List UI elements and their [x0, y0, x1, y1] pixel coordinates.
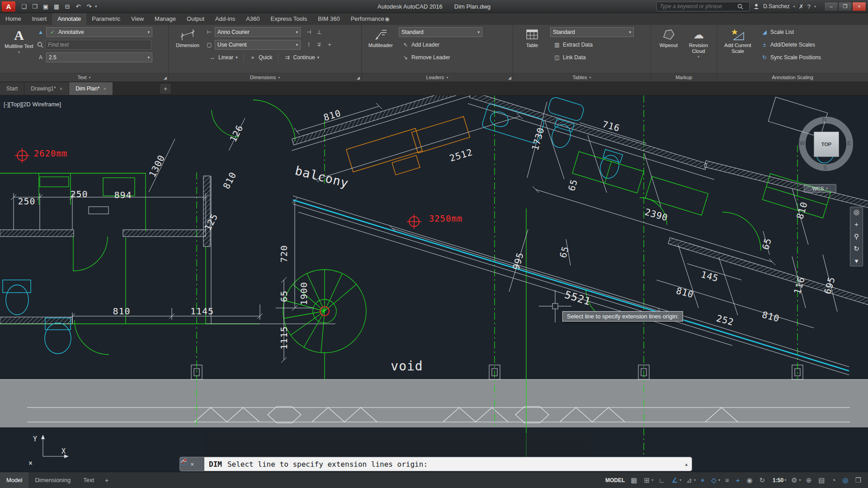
- status-model-space[interactable]: MODEL: [602, 476, 628, 485]
- help-dropdown-icon[interactable]: ▾: [814, 5, 816, 9]
- panel-title-leaders[interactable]: Leaders ▾ ◢: [362, 73, 513, 81]
- qat-plot-icon[interactable]: ⊟: [62, 2, 72, 11]
- panel-title-markup[interactable]: Markup: [651, 73, 717, 81]
- qat-customize-icon[interactable]: ▾: [95, 4, 97, 9]
- status-graphics-performance[interactable]: ◎: [840, 475, 852, 486]
- layout-tab-model[interactable]: Model: [0, 472, 28, 488]
- command-close-icon[interactable]: ×: [190, 461, 194, 468]
- status-quick-properties[interactable]: ▤: [816, 475, 829, 486]
- quick-dimension-button[interactable]: » Quick: [246, 53, 276, 62]
- qat-save-icon[interactable]: ▣: [41, 2, 51, 11]
- add-leader-button[interactable]: ↖ Add Leader: [399, 41, 443, 49]
- status-annotation-visibility[interactable]: ◉: [744, 475, 756, 486]
- continue-dimension-button[interactable]: ⇉ Continue ▾: [281, 53, 323, 62]
- dim-tool-icon[interactable]: ⊺: [304, 40, 313, 49]
- link-data-button[interactable]: ◫ Link Data: [550, 53, 589, 62]
- user-menu-dropdown-icon[interactable]: ▾: [793, 5, 795, 9]
- viewcube-south[interactable]: S: [823, 164, 827, 171]
- application-menu-button[interactable]: A: [2, 1, 15, 12]
- help-icon[interactable]: ?: [807, 3, 811, 10]
- panel-title-dimensions[interactable]: Dimensions ▾ ◢: [169, 73, 361, 81]
- drawing-canvas[interactable]: 8101300126251217307166523908102502508948…: [0, 95, 868, 472]
- qat-save-as-icon[interactable]: ▦: [52, 2, 61, 11]
- menu-tab-output[interactable]: Output: [181, 13, 210, 25]
- table-button[interactable]: Table: [516, 27, 548, 63]
- viewcube-west[interactable]: W: [799, 140, 805, 147]
- zoom-icon[interactable]: ⚲: [854, 233, 859, 240]
- maximize-button[interactable]: ❐: [838, 2, 852, 11]
- panel-title-text[interactable]: Text ▾ ◢: [0, 73, 168, 81]
- multileader-button[interactable]: Multileader: [364, 27, 397, 63]
- qat-new-icon[interactable]: ❑: [19, 2, 29, 11]
- exchange-apps-icon[interactable]: ✗: [799, 3, 804, 10]
- panel-title-tables[interactable]: Tables ▾: [513, 73, 651, 81]
- qat-open-icon[interactable]: ❒: [30, 2, 40, 11]
- viewcube-east[interactable]: E: [847, 140, 851, 147]
- add-current-scale-button[interactable]: Add Current Scale: [720, 27, 756, 63]
- menu-tab-express-tools[interactable]: Express Tools: [265, 13, 313, 25]
- orbit-icon[interactable]: ↻: [854, 245, 859, 252]
- menu-tab-add-ins[interactable]: Add-ins: [210, 13, 241, 25]
- new-layout-button[interactable]: +: [100, 477, 113, 484]
- viewcube-north[interactable]: N: [822, 116, 826, 123]
- status-lineweight[interactable]: ≡: [723, 475, 733, 485]
- status-ortho-mode[interactable]: ∟: [656, 475, 669, 485]
- panel-launcher-icon[interactable]: ◢: [357, 76, 360, 80]
- scale-list-button[interactable]: ◢ Scale List: [758, 28, 797, 36]
- revision-cloud-button[interactable]: ☁ Revision Cloud ▾: [684, 27, 713, 59]
- wipeout-button[interactable]: Wipeout: [654, 27, 684, 59]
- file-tab-dim-plan-[interactable]: Dim Plan* ×: [69, 82, 113, 95]
- dim-layer-combo[interactable]: Use Current ▾: [215, 40, 301, 50]
- status-polar-tracking[interactable]: ∠ ▾: [670, 475, 684, 486]
- menu-tab-view[interactable]: View: [126, 13, 149, 25]
- menu-tab-parametric[interactable]: Parametric: [86, 13, 126, 25]
- status-snap-mode[interactable]: ⊞ ▾: [642, 475, 656, 486]
- tab-close-icon[interactable]: ×: [104, 86, 106, 91]
- find-text-input[interactable]: [45, 40, 151, 50]
- menu-tab-annotate[interactable]: Annotate: [52, 13, 86, 25]
- tab-close-icon[interactable]: ×: [60, 86, 62, 91]
- qat-redo-icon[interactable]: ↷: [84, 2, 94, 11]
- close-button[interactable]: ×: [852, 2, 866, 11]
- minimize-button[interactable]: –: [824, 2, 838, 11]
- status-isolate-objects[interactable]: ◔: [829, 475, 840, 485]
- linear-dimension-button[interactable]: ↔ Linear ▾: [206, 53, 241, 62]
- command-line[interactable]: × DIM Select line to specify extension l…: [180, 457, 692, 471]
- panel-launcher-icon[interactable]: ◢: [164, 76, 167, 80]
- status-annotation-scale[interactable]: 1:50 ▾: [769, 476, 788, 485]
- status-dynamic-input[interactable]: +: [734, 475, 744, 485]
- text-height-combo[interactable]: 2.5 ▾: [46, 52, 152, 62]
- dim-tool-icon[interactable]: ⊥: [315, 28, 324, 37]
- dim-tool-icon[interactable]: +: [325, 40, 334, 49]
- extract-data-button[interactable]: ▥ Extract Data: [550, 41, 596, 49]
- status-object-snap[interactable]: ◇ ▾: [709, 475, 722, 486]
- pan-icon[interactable]: +: [854, 221, 859, 228]
- viewcube-top-face[interactable]: TOP: [814, 132, 839, 157]
- dim-tool-icon[interactable]: ⊣: [304, 28, 313, 37]
- panel-title-annotation-scaling[interactable]: Annotation Scaling: [717, 73, 868, 81]
- menu-tab-manage[interactable]: Manage: [149, 13, 181, 25]
- viewport-visual-style-control[interactable]: [2D Wireframe]: [22, 101, 61, 108]
- menu-tab-insert[interactable]: Insert: [27, 13, 52, 25]
- table-style-combo[interactable]: Standard ▾: [550, 27, 634, 37]
- navigation-wheel-icon[interactable]: ◎: [854, 208, 859, 216]
- text-style-combo[interactable]: ✓ Annotative ▾: [46, 27, 152, 37]
- remove-leader-button[interactable]: ↘ Remove Leader: [399, 53, 453, 62]
- status-workspace-switching[interactable]: ⚙ ▾: [789, 475, 803, 486]
- signed-in-user[interactable]: D.Sanchez: [763, 3, 790, 9]
- status-object-snap-tracking[interactable]: ⌖: [698, 475, 708, 486]
- status-isometric-drafting[interactable]: ⊿ ▾: [684, 475, 698, 486]
- status-annotation-monitor[interactable]: ⊕: [804, 475, 816, 486]
- viewport-minimize-control[interactable]: [-]: [4, 101, 9, 108]
- dimension-button[interactable]: Dimension: [171, 27, 204, 63]
- command-prompt[interactable]: DIM Select line to specify extension lin…: [209, 460, 428, 469]
- multileader-style-combo[interactable]: Standard ▾: [399, 27, 482, 37]
- wcs-menu[interactable]: WCS ▾: [804, 184, 836, 193]
- viewcube[interactable]: N W E S TOP: [797, 114, 855, 173]
- sync-scale-positions-button[interactable]: ↻ Sync Scale Positions: [758, 53, 824, 62]
- viewport-view-control[interactable]: [Top]: [9, 101, 22, 108]
- infocenter-toggle-icon[interactable]: ◉: [385, 13, 389, 25]
- layout-tab-dimensioning[interactable]: Dimensioning: [28, 472, 77, 488]
- search-input[interactable]: [659, 3, 737, 10]
- add-delete-scales-button[interactable]: ± Add/Delete Scales: [758, 41, 818, 49]
